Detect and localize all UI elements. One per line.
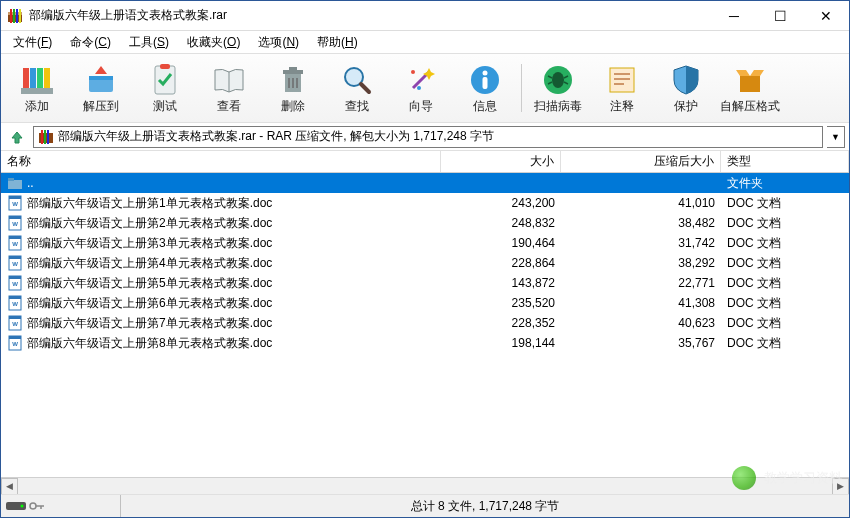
file-row[interactable]: W部编版六年级语文上册第8单元表格式教案.doc198,14435,767DOC… — [1, 333, 849, 353]
toolbar-scan[interactable]: 扫描病毒 — [526, 55, 590, 121]
winrar-icon — [7, 8, 23, 24]
minimize-button[interactable]: ─ — [711, 1, 757, 30]
svg-text:W: W — [12, 241, 18, 247]
location-text: 部编版六年级上册语文表格式教案.rar - RAR 压缩文件, 解包大小为 1,… — [58, 128, 494, 145]
chevron-down-icon: ▼ — [831, 132, 840, 142]
file-row[interactable]: W部编版六年级语文上册第7单元表格式教案.doc228,35240,623DOC… — [1, 313, 849, 333]
svg-text:W: W — [12, 341, 18, 347]
svg-point-73 — [30, 503, 36, 509]
scroll-right-button[interactable]: ▶ — [832, 478, 849, 495]
doc-file-icon: W — [7, 295, 23, 311]
svg-rect-57 — [9, 256, 21, 259]
svg-rect-63 — [9, 296, 21, 299]
toolbar-add[interactable]: 添加 — [5, 55, 69, 121]
svg-rect-17 — [283, 70, 303, 74]
svg-rect-40 — [740, 76, 760, 92]
drive-icon — [5, 500, 27, 512]
file-row[interactable]: W部编版六年级语文上册第3单元表格式教案.doc190,46431,742DOC… — [1, 233, 849, 253]
menu-file[interactable]: 文件(F) — [5, 32, 60, 53]
toolbar-info[interactable]: 信息 — [453, 55, 517, 121]
archive-icon — [38, 129, 54, 145]
svg-text:W: W — [12, 301, 18, 307]
extract-icon — [83, 62, 119, 98]
toolbar-wizard[interactable]: 向导 — [389, 55, 453, 121]
parent-folder-row[interactable]: .. 文件夹 — [1, 173, 849, 193]
svg-point-31 — [552, 72, 564, 88]
svg-rect-44 — [47, 130, 49, 144]
file-row[interactable]: W部编版六年级语文上册第6单元表格式教案.doc235,52041,308DOC… — [1, 293, 849, 313]
svg-rect-48 — [9, 196, 21, 199]
svg-rect-45 — [8, 180, 22, 189]
close-button[interactable]: ✕ — [803, 1, 849, 30]
header-type[interactable]: 类型 — [721, 151, 849, 172]
toolbar-protect[interactable]: 保护 — [654, 55, 718, 121]
note-icon — [604, 62, 640, 98]
info-icon — [467, 62, 503, 98]
clipboard-check-icon — [147, 62, 183, 98]
menu-help[interactable]: 帮助(H) — [309, 32, 366, 53]
location-dropdown-button[interactable]: ▼ — [827, 126, 845, 148]
svg-point-25 — [411, 70, 415, 74]
svg-rect-4 — [16, 9, 18, 23]
svg-point-72 — [21, 505, 24, 508]
svg-rect-12 — [89, 76, 113, 80]
svg-rect-43 — [44, 130, 46, 144]
file-row[interactable]: W部编版六年级语文上册第5单元表格式教案.doc143,87222,771DOC… — [1, 273, 849, 293]
menu-favorites[interactable]: 收藏夹(O) — [179, 32, 248, 53]
books-stack-icon — [19, 62, 55, 98]
toolbar-delete[interactable]: 删除 — [261, 55, 325, 121]
header-name[interactable]: 名称 — [1, 151, 441, 172]
svg-rect-14 — [160, 64, 170, 69]
box-open-icon — [732, 62, 768, 98]
maximize-button[interactable]: ☐ — [757, 1, 803, 30]
column-headers: 名称 大小 压缩后大小 类型 — [1, 151, 849, 173]
book-open-icon — [211, 62, 247, 98]
svg-line-23 — [361, 84, 369, 92]
toolbar-view[interactable]: 查看 — [197, 55, 261, 121]
svg-point-28 — [483, 70, 488, 75]
menu-options[interactable]: 选项(N) — [250, 32, 307, 53]
horizontal-scrollbar[interactable]: ◀ ▶ — [1, 477, 849, 494]
svg-rect-3 — [13, 9, 15, 23]
key-icon — [29, 500, 45, 512]
menu-tools[interactable]: 工具(S) — [121, 32, 177, 53]
toolbar-find[interactable]: 查找 — [325, 55, 389, 121]
header-size[interactable]: 大小 — [441, 151, 561, 172]
scroll-left-button[interactable]: ◀ — [1, 478, 18, 495]
toolbar-comment[interactable]: 注释 — [590, 55, 654, 121]
svg-rect-36 — [610, 68, 634, 92]
toolbar-sfx[interactable]: 自解压格式 — [718, 55, 782, 121]
svg-text:W: W — [12, 201, 18, 207]
toolbar: 添加 解压到 测试 查看 删除 查找 向导 信息 扫描病毒 注释 保护 自解压格… — [1, 53, 849, 123]
location-display[interactable]: 部编版六年级上册语文表格式教案.rar - RAR 压缩文件, 解包大小为 1,… — [33, 126, 823, 148]
file-row[interactable]: W部编版六年级语文上册第4单元表格式教案.doc228,86438,292DOC… — [1, 253, 849, 273]
bug-icon — [540, 62, 576, 98]
file-list: 名称 大小 压缩后大小 类型 .. 文件夹 W部编版六年级语文上册第1单元表格式… — [1, 151, 849, 495]
svg-text:W: W — [12, 321, 18, 327]
toolbar-extract[interactable]: 解压到 — [69, 55, 133, 121]
go-up-button[interactable] — [5, 125, 29, 149]
doc-file-icon: W — [7, 215, 23, 231]
svg-rect-69 — [9, 336, 21, 339]
doc-file-icon: W — [7, 235, 23, 251]
file-row[interactable]: W部编版六年级语文上册第1单元表格式教案.doc243,20041,010DOC… — [1, 193, 849, 213]
svg-rect-18 — [289, 67, 297, 70]
doc-file-icon: W — [7, 315, 23, 331]
pathbar: 部编版六年级上册语文表格式教案.rar - RAR 压缩文件, 解包大小为 1,… — [1, 123, 849, 151]
header-packed[interactable]: 压缩后大小 — [561, 151, 721, 172]
file-list-body[interactable]: .. 文件夹 W部编版六年级语文上册第1单元表格式教案.doc243,20041… — [1, 173, 849, 477]
file-row[interactable]: W部编版六年级语文上册第2单元表格式教案.doc248,83238,482DOC… — [1, 213, 849, 233]
doc-file-icon: W — [7, 275, 23, 291]
svg-rect-54 — [9, 236, 21, 239]
svg-rect-46 — [8, 178, 14, 181]
scroll-track[interactable] — [18, 478, 832, 495]
menu-commands[interactable]: 命令(C) — [62, 32, 119, 53]
status-left — [1, 495, 121, 517]
statusbar: 总计 8 文件, 1,717,248 字节 — [1, 495, 849, 517]
menubar: 文件(F) 命令(C) 工具(S) 收藏夹(O) 选项(N) 帮助(H) — [1, 31, 849, 53]
toolbar-test[interactable]: 测试 — [133, 55, 197, 121]
toolbar-separator — [521, 64, 522, 112]
svg-rect-66 — [9, 316, 21, 319]
titlebar[interactable]: 部编版六年级上册语文表格式教案.rar ─ ☐ ✕ — [1, 1, 849, 31]
folder-up-icon — [7, 175, 23, 191]
